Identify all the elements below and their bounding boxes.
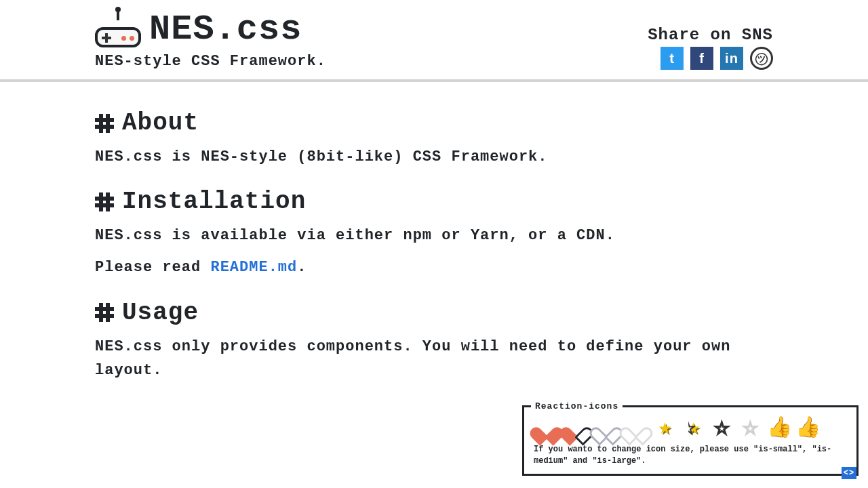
page-subtitle: NES-style CSS Framework. [95, 53, 326, 70]
like-filled-icon: 👍 [767, 417, 791, 440]
main-content: About NES.css is NES-style (8bit-like) C… [0, 82, 868, 382]
share-label: Share on SNS [648, 26, 773, 44]
readme-link[interactable]: README.md [210, 259, 297, 276]
section-body: NES.css is available via either npm or Y… [95, 224, 773, 247]
section-heading: Usage [122, 299, 199, 327]
section-body: NES.css is NES-style (8bit-like) CSS Fra… [95, 145, 773, 169]
show-code-button[interactable]: <> [842, 467, 856, 479]
github-icon[interactable]: ㋡ [750, 47, 773, 70]
section-heading: Installation [122, 188, 306, 216]
heart-transparent-icon [623, 417, 649, 440]
facebook-icon[interactable]: f [690, 47, 713, 70]
like-empty-icon: 👍 [795, 417, 820, 440]
star-transparent-icon: ★ [738, 417, 763, 440]
share-block: Share on SNS t f in ㋡ [648, 26, 854, 70]
section-usage: Usage NES.css only provides components. … [95, 299, 773, 382]
star-empty-icon: ★ [710, 417, 734, 440]
section-body: NES.css only provides components. You wi… [95, 335, 773, 382]
heart-half-icon [564, 417, 589, 440]
star-half-icon: ★ [682, 417, 706, 440]
brand-block: NES.css NES-style CSS Framework. [95, 12, 326, 70]
page-title: NES.css [149, 12, 302, 47]
hash-icon[interactable] [95, 114, 114, 133]
section-body: Please read README.md. [95, 256, 773, 279]
section-heading: About [122, 109, 199, 137]
panel-note: If you wanto to change icon size, please… [534, 444, 847, 467]
heart-full-icon [534, 417, 559, 440]
panel-icon-row: ★ ★ ★ ★ 👍 👍 [534, 417, 847, 440]
section-installation: Installation NES.css is available via ei… [95, 188, 773, 279]
snes-controller-icon [95, 16, 141, 47]
section-about: About NES.css is NES-style (8bit-like) C… [95, 109, 773, 169]
reaction-icons-panel: Reaction-icons ★ ★ ★ ★ 👍 👍 If you wanto … [522, 405, 859, 476]
hash-icon[interactable] [95, 192, 114, 211]
star-full-icon: ★ [653, 417, 677, 440]
linkedin-icon[interactable]: in [720, 47, 743, 70]
heart-empty-icon [593, 417, 619, 440]
hash-icon[interactable] [95, 303, 114, 322]
panel-legend: Reaction-icons [531, 401, 623, 411]
twitter-icon[interactable]: t [660, 47, 684, 70]
page-header: NES.css NES-style CSS Framework. Share o… [0, 0, 868, 82]
